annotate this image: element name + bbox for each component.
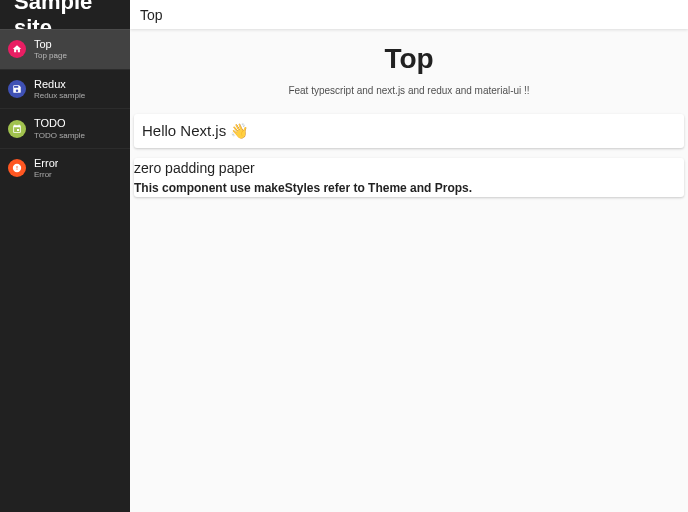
page-title: Top [140,43,678,75]
sidebar-item-todo[interactable]: TODO TODO sample [0,108,130,148]
sidebar-item-sublabel: Top page [34,51,67,61]
paper-body: This component use makeStyles refer to T… [134,179,684,197]
greeting-text: Hello Next.js 👋 [142,122,249,139]
event-icon [8,120,26,138]
zero-padding-paper: zero padding paper This component use ma… [134,158,684,197]
content: Top Feat typescript and next.js and redu… [130,29,688,512]
sidebar-item-redux[interactable]: Redux Redux sample [0,69,130,109]
sidebar: Sample site Top Top page Redux Redux sam… [0,0,130,512]
topbar-title: Top [140,7,163,23]
sidebar-item-label: Error [34,156,58,170]
greeting-paper: Hello Next.js 👋 [134,114,684,148]
sidebar-item-label: Top [34,37,67,51]
sidebar-item-top[interactable]: Top Top page [0,29,130,69]
paper-title: zero padding paper [134,158,684,179]
sidebar-item-sublabel: TODO sample [34,131,85,141]
hero: Top Feat typescript and next.js and redu… [130,29,688,114]
main: Top Top Feat typescript and next.js and … [130,0,688,512]
page-subtitle: Feat typescript and next.js and redux an… [140,85,678,96]
error-icon [8,159,26,177]
topbar: Top [130,0,688,29]
sidebar-item-sublabel: Redux sample [34,91,85,101]
sidebar-header: Sample site [0,0,130,29]
home-icon [8,40,26,58]
sidebar-item-sublabel: Error [34,170,58,180]
sidebar-item-label: Redux [34,77,85,91]
sidebar-item-label: TODO [34,116,85,130]
save-icon [8,80,26,98]
sidebar-item-error[interactable]: Error Error [0,148,130,188]
